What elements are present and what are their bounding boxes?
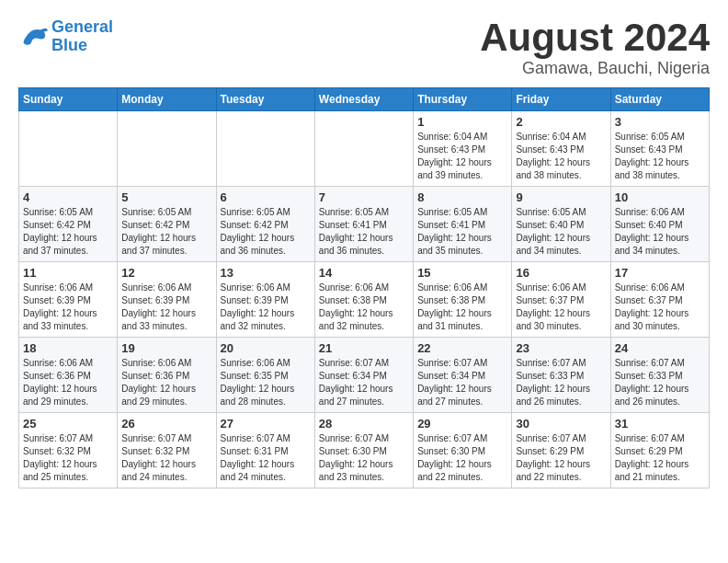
day-number: 2	[516, 115, 606, 129]
day-number: 16	[516, 266, 606, 280]
calendar-cell: 21Sunrise: 6:07 AM Sunset: 6:34 PM Dayli…	[314, 338, 413, 413]
day-info: Sunrise: 6:07 AM Sunset: 6:30 PM Dayligh…	[417, 432, 507, 484]
calendar-cell: 3Sunrise: 6:05 AM Sunset: 6:43 PM Daylig…	[610, 111, 709, 187]
day-number: 21	[319, 341, 409, 355]
day-number: 19	[121, 341, 211, 355]
calendar-week-row: 1Sunrise: 6:04 AM Sunset: 6:43 PM Daylig…	[19, 111, 710, 187]
weekday-header-wednesday: Wednesday	[314, 88, 413, 111]
weekday-header-sunday: Sunday	[19, 88, 118, 111]
calendar-cell: 15Sunrise: 6:06 AM Sunset: 6:38 PM Dayli…	[414, 262, 512, 338]
day-info: Sunrise: 6:07 AM Sunset: 6:32 PM Dayligh…	[23, 432, 113, 484]
day-info: Sunrise: 6:07 AM Sunset: 6:33 PM Dayligh…	[516, 357, 606, 408]
day-number: 7	[319, 190, 409, 204]
day-number: 9	[516, 190, 606, 204]
day-number: 25	[23, 417, 113, 431]
day-info: Sunrise: 6:06 AM Sunset: 6:38 PM Dayligh…	[417, 282, 507, 333]
weekday-header-row: SundayMondayTuesdayWednesdayThursdayFrid…	[19, 88, 710, 111]
day-info: Sunrise: 6:06 AM Sunset: 6:39 PM Dayligh…	[121, 282, 211, 333]
day-info: Sunrise: 6:06 AM Sunset: 6:37 PM Dayligh…	[615, 282, 705, 333]
day-info: Sunrise: 6:05 AM Sunset: 6:42 PM Dayligh…	[221, 206, 311, 258]
day-number: 13	[221, 266, 311, 280]
logo: General Blue	[18, 18, 113, 55]
weekday-header-tuesday: Tuesday	[216, 88, 314, 111]
calendar-cell: 9Sunrise: 6:05 AM Sunset: 6:40 PM Daylig…	[512, 187, 610, 262]
calendar-cell: 17Sunrise: 6:06 AM Sunset: 6:37 PM Dayli…	[610, 262, 709, 338]
calendar-cell: 10Sunrise: 6:06 AM Sunset: 6:40 PM Dayli…	[610, 187, 709, 262]
calendar-week-row: 4Sunrise: 6:05 AM Sunset: 6:42 PM Daylig…	[19, 187, 710, 262]
day-number: 12	[121, 266, 211, 280]
day-number: 1	[417, 115, 507, 129]
day-number: 31	[615, 417, 705, 431]
day-info: Sunrise: 6:04 AM Sunset: 6:43 PM Dayligh…	[516, 131, 606, 182]
calendar-cell: 27Sunrise: 6:07 AM Sunset: 6:31 PM Dayli…	[216, 413, 314, 488]
calendar-cell: 8Sunrise: 6:05 AM Sunset: 6:41 PM Daylig…	[414, 187, 512, 262]
day-info: Sunrise: 6:06 AM Sunset: 6:39 PM Dayligh…	[221, 282, 311, 333]
day-info: Sunrise: 6:06 AM Sunset: 6:36 PM Dayligh…	[121, 357, 211, 408]
day-info: Sunrise: 6:05 AM Sunset: 6:41 PM Dayligh…	[319, 206, 409, 258]
calendar-cell: 31Sunrise: 6:07 AM Sunset: 6:29 PM Dayli…	[610, 413, 709, 488]
calendar-cell: 26Sunrise: 6:07 AM Sunset: 6:32 PM Dayli…	[118, 413, 216, 488]
calendar-cell: 12Sunrise: 6:06 AM Sunset: 6:39 PM Dayli…	[118, 262, 216, 338]
day-number: 23	[516, 341, 606, 355]
calendar-cell: 7Sunrise: 6:05 AM Sunset: 6:41 PM Daylig…	[314, 187, 413, 262]
day-info: Sunrise: 6:04 AM Sunset: 6:43 PM Dayligh…	[417, 131, 507, 182]
day-info: Sunrise: 6:07 AM Sunset: 6:34 PM Dayligh…	[417, 357, 507, 408]
day-number: 8	[417, 190, 507, 204]
month-year-title: August 2024	[480, 18, 710, 57]
calendar-cell: 4Sunrise: 6:05 AM Sunset: 6:42 PM Daylig…	[19, 187, 118, 262]
calendar-cell: 20Sunrise: 6:06 AM Sunset: 6:35 PM Dayli…	[216, 338, 314, 413]
calendar-cell: 22Sunrise: 6:07 AM Sunset: 6:34 PM Dayli…	[414, 338, 512, 413]
day-info: Sunrise: 6:06 AM Sunset: 6:37 PM Dayligh…	[516, 282, 606, 333]
day-number: 29	[417, 417, 507, 431]
calendar-header: SundayMondayTuesdayWednesdayThursdayFrid…	[19, 88, 710, 111]
calendar-cell: 16Sunrise: 6:06 AM Sunset: 6:37 PM Dayli…	[512, 262, 610, 338]
calendar-cell: 30Sunrise: 6:07 AM Sunset: 6:29 PM Dayli…	[512, 413, 610, 488]
calendar-cell: 25Sunrise: 6:07 AM Sunset: 6:32 PM Dayli…	[19, 413, 118, 488]
day-number: 11	[23, 266, 113, 280]
day-number: 30	[516, 417, 606, 431]
day-number: 10	[615, 190, 705, 204]
day-info: Sunrise: 6:07 AM Sunset: 6:29 PM Dayligh…	[615, 432, 705, 484]
calendar-cell	[118, 111, 216, 187]
day-number: 20	[221, 341, 311, 355]
day-number: 18	[23, 341, 113, 355]
day-number: 27	[221, 417, 311, 431]
day-number: 4	[23, 190, 113, 204]
calendar-week-row: 18Sunrise: 6:06 AM Sunset: 6:36 PM Dayli…	[19, 338, 710, 413]
location-subtitle: Gamawa, Bauchi, Nigeria	[480, 59, 710, 78]
day-number: 24	[615, 341, 705, 355]
title-area: August 2024 Gamawa, Bauchi, Nigeria	[480, 18, 710, 78]
calendar-cell	[314, 111, 413, 187]
calendar-cell: 1Sunrise: 6:04 AM Sunset: 6:43 PM Daylig…	[414, 111, 512, 187]
calendar-cell: 11Sunrise: 6:06 AM Sunset: 6:39 PM Dayli…	[19, 262, 118, 338]
calendar-cell	[19, 111, 118, 187]
day-info: Sunrise: 6:06 AM Sunset: 6:38 PM Dayligh…	[319, 282, 409, 333]
calendar-cell: 6Sunrise: 6:05 AM Sunset: 6:42 PM Daylig…	[216, 187, 314, 262]
calendar-week-row: 11Sunrise: 6:06 AM Sunset: 6:39 PM Dayli…	[19, 262, 710, 338]
day-info: Sunrise: 6:05 AM Sunset: 6:43 PM Dayligh…	[615, 131, 705, 182]
calendar-cell: 5Sunrise: 6:05 AM Sunset: 6:42 PM Daylig…	[118, 187, 216, 262]
calendar-cell: 14Sunrise: 6:06 AM Sunset: 6:38 PM Dayli…	[314, 262, 413, 338]
calendar-cell: 13Sunrise: 6:06 AM Sunset: 6:39 PM Dayli…	[216, 262, 314, 338]
day-info: Sunrise: 6:07 AM Sunset: 6:31 PM Dayligh…	[221, 432, 311, 484]
calendar-cell: 18Sunrise: 6:06 AM Sunset: 6:36 PM Dayli…	[19, 338, 118, 413]
weekday-header-friday: Friday	[512, 88, 610, 111]
calendar-cell: 23Sunrise: 6:07 AM Sunset: 6:33 PM Dayli…	[512, 338, 610, 413]
calendar-cell: 28Sunrise: 6:07 AM Sunset: 6:30 PM Dayli…	[314, 413, 413, 488]
day-number: 15	[417, 266, 507, 280]
day-info: Sunrise: 6:06 AM Sunset: 6:35 PM Dayligh…	[221, 357, 311, 408]
day-info: Sunrise: 6:05 AM Sunset: 6:41 PM Dayligh…	[417, 206, 507, 258]
day-info: Sunrise: 6:06 AM Sunset: 6:36 PM Dayligh…	[23, 357, 113, 408]
day-info: Sunrise: 6:07 AM Sunset: 6:32 PM Dayligh…	[121, 432, 211, 484]
day-info: Sunrise: 6:07 AM Sunset: 6:29 PM Dayligh…	[516, 432, 606, 484]
day-number: 22	[417, 341, 507, 355]
day-info: Sunrise: 6:06 AM Sunset: 6:40 PM Dayligh…	[615, 206, 705, 258]
day-info: Sunrise: 6:05 AM Sunset: 6:40 PM Dayligh…	[516, 206, 606, 258]
calendar-cell: 24Sunrise: 6:07 AM Sunset: 6:33 PM Dayli…	[610, 338, 709, 413]
day-info: Sunrise: 6:07 AM Sunset: 6:30 PM Dayligh…	[319, 432, 409, 484]
calendar-table: SundayMondayTuesdayWednesdayThursdayFrid…	[18, 87, 710, 488]
calendar-cell: 19Sunrise: 6:06 AM Sunset: 6:36 PM Dayli…	[118, 338, 216, 413]
weekday-header-monday: Monday	[118, 88, 216, 111]
day-info: Sunrise: 6:07 AM Sunset: 6:34 PM Dayligh…	[319, 357, 409, 408]
header: General Blue August 2024 Gamawa, Bauchi,…	[18, 18, 710, 78]
